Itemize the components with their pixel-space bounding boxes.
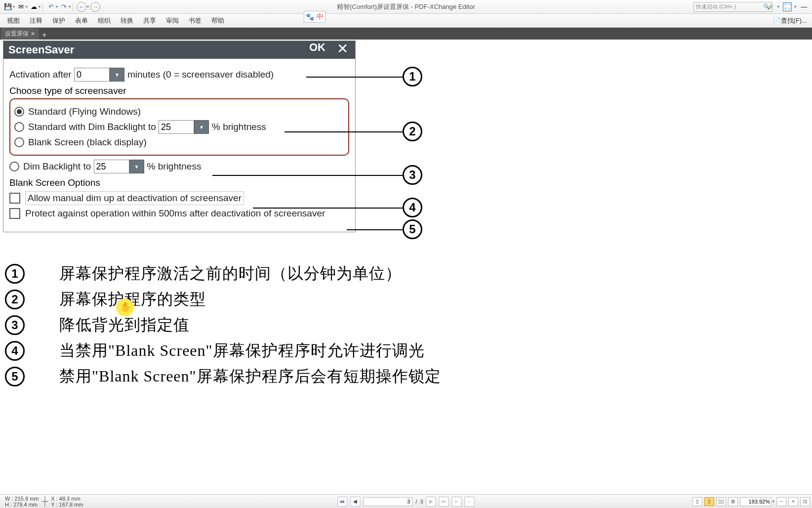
screensaver-dialog: ScreenSaver OK ✕ Activation after ▼ minu… <box>3 41 356 232</box>
menu-help[interactable]: 帮助 <box>206 16 229 25</box>
legend-text-5: 禁用"Blank Screen"屏幕保护程序后会有短期操作锁定 <box>59 366 441 387</box>
zoom-dropdown-icon[interactable]: ▾ <box>772 499 774 504</box>
tab-close-icon[interactable]: ✕ <box>31 31 35 37</box>
radio-standard[interactable] <box>14 107 24 117</box>
find-icon: 📄 <box>773 17 781 24</box>
close-icon[interactable]: ✕ <box>337 41 348 57</box>
choose-label: Choose type of screensaver <box>9 85 349 96</box>
dim2-label-pre: Dim Backlight to <box>23 161 91 172</box>
find-label: 查找(F)... <box>781 16 807 25</box>
legend-num-1: 1 <box>5 264 25 284</box>
menu-bar: 视图 注释 保护 表单 组织 转换 共享 审阅 书签 帮助 📄 查找(F)... <box>0 14 812 28</box>
view-single-icon[interactable]: ▯ <box>692 497 702 506</box>
menu-comment[interactable]: 注释 <box>25 16 47 25</box>
undo-icon[interactable]: ↶ <box>46 2 55 11</box>
dialog-title-text: ScreenSaver <box>8 43 74 56</box>
legend: 1 屏幕保护程序激活之前的时间（以分钟为单位） 2 屏幕保护程序的类型 3 降低… <box>0 259 441 391</box>
legend-row-5: 5 禁用"Blank Screen"屏幕保护程序后会有短期操作锁定 <box>0 366 441 387</box>
activation-label-post: minutes (0 = screensaver disabled) <box>127 69 274 80</box>
dialog-titlebar: ScreenSaver OK ✕ <box>3 41 355 59</box>
opt-blank-label: Blank Screen (black display) <box>28 137 147 148</box>
mail-icon[interactable]: ✉ <box>16 2 25 11</box>
checkbox-protect[interactable] <box>9 208 20 219</box>
menu-share[interactable]: 共享 <box>138 16 161 25</box>
tab-title: 设置屏保 <box>5 30 29 38</box>
tab-bar: 设置屏保 ✕ + <box>0 28 812 40</box>
legend-text-4: 当禁用"Blank Screen"屏幕保护程序时允许进行调光 <box>59 340 425 362</box>
chk-protect-label: Protect against operation within 500ms a… <box>25 208 325 219</box>
window-title: 精智(Comfort)屏设置屏保 - PDF-XChange Editor <box>337 2 475 11</box>
callout-num-4: 4 <box>403 198 422 217</box>
radio-dim-only[interactable] <box>9 162 19 171</box>
legend-row-2: 2 屏幕保护程序的类型 <box>0 289 441 310</box>
menu-review[interactable]: 审阅 <box>161 16 184 25</box>
callout-line-5 <box>347 229 403 230</box>
expand-icon[interactable]: ⛶ <box>783 2 792 11</box>
ime-badge[interactable]: 🐾 中 <box>304 11 325 23</box>
quick-launch-placeholder: 快速启动 (Ctrl+.) <box>696 3 736 10</box>
page-input[interactable] <box>363 497 412 506</box>
dim-dropdown-icon[interactable]: ▼ <box>194 120 209 134</box>
lang-icon[interactable]: # <box>766 2 775 11</box>
opt-standard-label: Standard (Flying Windows) <box>28 106 141 117</box>
next-page-button[interactable]: ▶ <box>426 497 436 507</box>
zoom-out-button[interactable]: − <box>776 497 786 506</box>
view-two-cont-icon[interactable]: ⊞ <box>728 497 738 506</box>
checkbox-manual-dim[interactable] <box>9 193 20 204</box>
nav-fwd-icon[interactable]: → <box>90 2 100 12</box>
last-page-button[interactable]: ⏭ <box>439 497 449 507</box>
tab-add-button[interactable]: + <box>39 31 49 40</box>
view-continuous-icon[interactable]: ▯ <box>704 497 714 506</box>
cloud-icon[interactable]: ☁ <box>29 2 38 11</box>
nav-back-icon[interactable]: ← <box>77 2 86 12</box>
legend-row-1: 1 屏幕保护程序激活之前的时间（以分钟为单位） <box>0 263 441 285</box>
radio-blank[interactable] <box>14 137 24 147</box>
menu-protect[interactable]: 保护 <box>47 16 70 25</box>
activation-input[interactable] <box>74 68 110 82</box>
menu-view[interactable]: 视图 <box>2 16 25 25</box>
dim2-brightness-input[interactable] <box>94 160 129 173</box>
document-area[interactable]: ScreenSaver OK ✕ Activation after ▼ minu… <box>0 40 812 494</box>
crosshair-icon: ┼ <box>41 496 48 507</box>
zoom-in-button[interactable]: + <box>788 497 798 506</box>
menu-organize[interactable]: 组织 <box>93 16 116 25</box>
nav-back-button[interactable]: ← <box>452 497 462 507</box>
ime-logo-icon: 🐾 <box>306 13 314 21</box>
zoom-input[interactable] <box>740 497 771 506</box>
dim-brightness-input[interactable] <box>159 120 194 134</box>
legend-num-2: 2 <box>5 290 25 309</box>
callout-line-4 <box>253 208 403 209</box>
legend-num-4: 4 <box>5 341 25 361</box>
view-two-icon[interactable]: ▯▯ <box>716 497 726 506</box>
cursor-icon: ✋ <box>120 301 131 312</box>
menu-convert[interactable]: 转换 <box>116 16 138 25</box>
redo-icon[interactable]: ↷ <box>59 2 68 11</box>
tab-active[interactable]: 设置屏保 ✕ <box>1 28 39 40</box>
nav-fwd-button[interactable]: → <box>465 497 475 507</box>
callout-num-3: 3 <box>403 165 422 185</box>
dim2-dropdown-icon[interactable]: ▼ <box>129 160 144 173</box>
activation-dropdown-icon[interactable]: ▼ <box>110 68 124 82</box>
menu-bookmark[interactable]: 书签 <box>184 16 206 25</box>
ime-lang-label: 中 <box>317 12 324 21</box>
prev-page-button[interactable]: ◀ <box>350 497 360 507</box>
status-bar: W : 215.9 mm H : 279.4 mm ┼ X : 48.3 mm … <box>0 494 812 508</box>
quick-launch-input[interactable]: 快速启动 (Ctrl+.) 🔍 <box>693 2 772 12</box>
view-controls: ▯ ▯ ▯▯ ⊞ ▾ − + ⊡ <box>692 497 810 506</box>
first-page-button[interactable]: ⏮ <box>337 497 347 507</box>
ok-button[interactable]: OK <box>309 41 325 54</box>
blank-options-label: Blank Screen Options <box>9 177 349 188</box>
menu-form[interactable]: 表单 <box>70 16 93 25</box>
radio-standard-dim[interactable] <box>14 122 24 132</box>
minimize-icon[interactable]: — <box>800 2 809 11</box>
status-xy: X : 48.3 mm Y : 167.8 mm <box>48 496 86 508</box>
legend-row-4: 4 当禁用"Blank Screen"屏幕保护程序时允许进行调光 <box>0 340 441 362</box>
callout-num-2: 2 <box>403 122 422 141</box>
legend-num-3: 3 <box>5 315 25 335</box>
fit-button[interactable]: ⊡ <box>800 497 810 506</box>
save-icon[interactable]: 💾 <box>3 2 12 11</box>
legend-num-5: 5 <box>5 367 25 386</box>
find-button[interactable]: 📄 查找(F)... <box>770 16 810 25</box>
callout-num-5: 5 <box>403 219 422 239</box>
legend-row-3: 3 降低背光到指定值 <box>0 314 441 336</box>
